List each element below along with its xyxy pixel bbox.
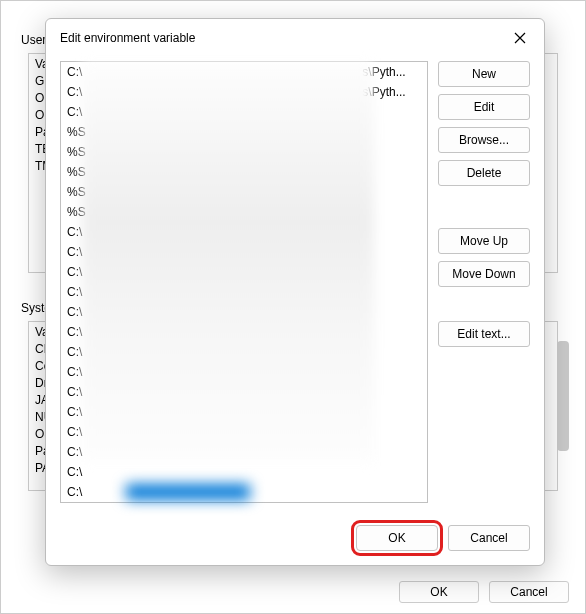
path-item[interactable]: C:\ [61, 342, 427, 362]
new-button[interactable]: New [438, 61, 530, 87]
path-item[interactable]: C:\s\Pyth... [61, 82, 427, 102]
move-down-button[interactable]: Move Down [438, 261, 530, 287]
path-item[interactable]: %S [61, 182, 427, 202]
ok-button[interactable]: OK [356, 525, 438, 551]
path-item[interactable]: C:\ [61, 242, 427, 262]
action-buttons: New Edit Browse... Delete Move Up Move D… [438, 61, 530, 513]
close-button[interactable] [506, 27, 534, 49]
edit-button[interactable]: Edit [438, 94, 530, 120]
browse-button[interactable]: Browse... [438, 127, 530, 153]
path-item[interactable]: %S [61, 142, 427, 162]
path-item[interactable]: C:\s\Pyth... [61, 62, 427, 82]
cancel-button[interactable]: Cancel [448, 525, 530, 551]
path-item[interactable]: C:\ [61, 382, 427, 402]
path-list[interactable]: C:\s\Pyth...C:\s\Pyth...C:\%S%S%S%S%SC:\… [60, 61, 428, 503]
parent-ok-button[interactable]: OK [399, 581, 479, 603]
path-item[interactable]: C:\ [61, 362, 427, 382]
path-item[interactable]: C:\ [61, 462, 427, 482]
user-vars-label: User [21, 33, 46, 47]
dialog-titlebar[interactable]: Edit environment variable [46, 19, 544, 55]
path-item[interactable]: C:\ [61, 482, 427, 502]
path-item[interactable]: C:\ [61, 442, 427, 462]
delete-button[interactable]: Delete [438, 160, 530, 186]
edit-env-var-dialog: Edit environment variable C:\s\Pyth...C:… [45, 18, 545, 566]
path-item[interactable]: C:\ [61, 402, 427, 422]
path-item[interactable]: C:\ [61, 322, 427, 342]
edit-text-button[interactable]: Edit text... [438, 321, 530, 347]
scrollbar-thumb[interactable] [557, 341, 569, 451]
dialog-title: Edit environment variable [60, 31, 195, 45]
path-item[interactable]: C:\ [61, 422, 427, 442]
path-item[interactable]: C:\ [61, 282, 427, 302]
path-item[interactable]: %S [61, 202, 427, 222]
parent-cancel-button[interactable]: Cancel [489, 581, 569, 603]
path-item[interactable]: C:\ [61, 102, 427, 122]
path-item[interactable]: C:\ [61, 262, 427, 282]
path-item[interactable]: C:\Program Files\PowerShell\7\ [61, 502, 427, 503]
path-item[interactable]: %S [61, 122, 427, 142]
move-up-button[interactable]: Move Up [438, 228, 530, 254]
path-item[interactable]: %S [61, 162, 427, 182]
path-item[interactable]: C:\ [61, 302, 427, 322]
path-item[interactable]: C:\ [61, 222, 427, 242]
close-icon [514, 32, 526, 44]
